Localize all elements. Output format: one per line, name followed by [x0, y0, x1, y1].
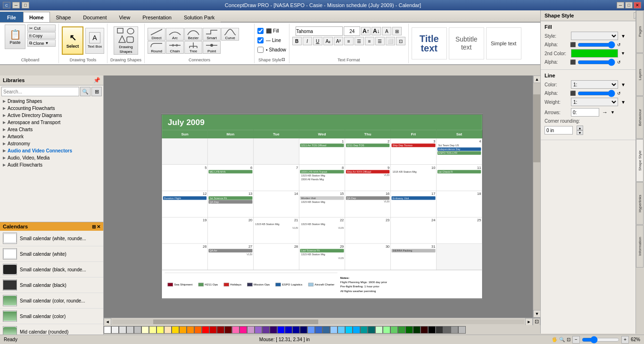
- tab-pages[interactable]: Pages: [636, 10, 644, 53]
- window-close[interactable]: ✕: [634, 2, 641, 8]
- font-grow-btn[interactable]: A↑: [361, 27, 371, 35]
- color-cell[interactable]: [398, 326, 405, 334]
- libraries-pin[interactable]: 📌: [93, 77, 100, 84]
- lib-audio-video-connectors[interactable]: ▶Audio and Video Connectors: [0, 147, 103, 154]
- color-cell[interactable]: [194, 326, 202, 334]
- color-cell[interactable]: [458, 326, 466, 334]
- color-cell[interactable]: [405, 326, 413, 334]
- window-restore[interactable]: □: [625, 2, 633, 8]
- tab-information[interactable]: Information: [636, 225, 644, 268]
- event[interactable]: MG LYR-NYA: [209, 170, 253, 173]
- lib-area-charts[interactable]: ▶Area Charts: [0, 126, 103, 133]
- restore-icon[interactable]: □: [22, 2, 29, 8]
- cal-cell[interactable]: 30: [345, 243, 390, 270]
- subtitle-text-style[interactable]: Subtitletext: [449, 27, 484, 59]
- clone-button[interactable]: ⧉Clone▼: [27, 40, 56, 47]
- vscroll-up[interactable]: ▲: [533, 76, 541, 83]
- color-cell[interactable]: [451, 326, 458, 334]
- color-cell[interactable]: [224, 326, 232, 334]
- color-cell[interactable]: [436, 326, 443, 334]
- tab-shape[interactable]: Shape: [50, 12, 77, 22]
- cut-button[interactable]: ✂Cut: [27, 25, 56, 32]
- library-search-btn[interactable]: 🔍: [80, 87, 91, 96]
- color-cell[interactable]: [285, 326, 292, 334]
- curve-button[interactable]: Curve: [221, 28, 239, 41]
- cal-cell[interactable]: 29Last Science Flt1315 KB Station MtgVLB…: [299, 243, 345, 270]
- cal-mid-rounded[interactable]: Mid calendar (rounded): [0, 324, 103, 335]
- cal-cell[interactable]: 17Embassy Visit: [390, 191, 436, 217]
- color-cell[interactable]: [383, 326, 390, 334]
- fill-style-select[interactable]: [571, 32, 618, 40]
- event[interactable]: Ship Arr NYA Offload: [346, 170, 390, 173]
- event[interactable]: 1211 Dep TOS: [346, 143, 390, 147]
- second-color-well[interactable]: [571, 49, 618, 58]
- color-cell[interactable]: [270, 326, 277, 334]
- shape-style-expand[interactable]: ⊡: [281, 57, 285, 62]
- cal-small-white[interactable]: Small calendar (white): [0, 246, 103, 262]
- underline-btn[interactable]: U: [313, 37, 322, 45]
- color-cell[interactable]: [277, 326, 285, 334]
- point-button[interactable]: Point: [203, 41, 221, 54]
- color-cell[interactable]: [239, 326, 247, 334]
- weight-select[interactable]: 1:: [571, 98, 618, 106]
- color-cell[interactable]: [315, 326, 322, 334]
- horizontal-scrollbar[interactable]: ◄ ► ⊡: [104, 318, 540, 325]
- alpha-slider-3[interactable]: [578, 91, 615, 96]
- color-cell[interactable]: [292, 326, 300, 334]
- corner-down[interactable]: ▼: [577, 130, 583, 135]
- event[interactable]: Duration Flight: [163, 196, 207, 199]
- fit-icon[interactable]: ⊡: [567, 337, 570, 342]
- event[interactable]: Independence Day: [438, 147, 481, 151]
- event[interactable]: 1st Science Flt: [209, 196, 253, 199]
- tab-behaviour[interactable]: Behaviour: [636, 96, 644, 139]
- event[interactable]: QA Dep: [209, 200, 253, 203]
- cal-cell[interactable]: 9Ship Arr NYA OffloadVLBI: [345, 164, 390, 191]
- fill-style-arrow[interactable]: ▼: [621, 34, 626, 39]
- zoom-out-btn[interactable]: −: [572, 336, 580, 344]
- color-cell[interactable]: [262, 326, 270, 334]
- tab-hyperlinks[interactable]: Hyperlinks: [636, 182, 644, 225]
- drawing-shapes-button[interactable]: Drawing Shapes: [114, 26, 138, 55]
- font-shrink-btn[interactable]: A↓: [372, 27, 381, 35]
- zoom-in-btn[interactable]: +: [621, 336, 629, 344]
- corner-up[interactable]: ▲: [577, 126, 583, 130]
- lib-drawing-shapes[interactable]: ▶Drawing Shapes: [0, 98, 103, 105]
- minimize-icon[interactable]: ─: [12, 2, 20, 8]
- simple-text-style[interactable]: Simple text: [486, 27, 521, 59]
- event[interactable]: SIERRA Packing: [392, 249, 436, 252]
- calendars-close-icon[interactable]: ✕: [97, 224, 100, 229]
- alpha-reset-2[interactable]: ↺: [617, 60, 621, 65]
- cal-cell[interactable]: 24: [390, 217, 436, 243]
- color-cell[interactable]: [375, 326, 383, 334]
- cal-cell[interactable]: 131st Science FltQA Dep: [207, 191, 253, 217]
- vscroll-thumb[interactable]: [533, 94, 540, 162]
- cal-cell[interactable]: 101315 KB Station Mtg: [390, 164, 436, 191]
- color-cell[interactable]: [119, 326, 126, 334]
- font-name-input[interactable]: [296, 26, 343, 36]
- color-cell[interactable]: [307, 326, 315, 334]
- hscroll-left[interactable]: ◄: [104, 318, 111, 326]
- cal-cell[interactable]: 7: [253, 164, 299, 191]
- color-cell[interactable]: [187, 326, 194, 334]
- chain-button[interactable]: Chain: [166, 41, 184, 54]
- color-cell[interactable]: [157, 326, 164, 334]
- tab-document[interactable]: Document: [77, 12, 113, 22]
- weight-arrow[interactable]: ▼: [621, 100, 626, 105]
- alpha-slider-2[interactable]: [578, 60, 615, 65]
- color-cell[interactable]: [149, 326, 157, 334]
- event[interactable]: QA Dep: [346, 196, 390, 199]
- copy-button[interactable]: ⎘Copy: [27, 32, 56, 39]
- fill-checkbox[interactable]: ⬛Fill: [257, 26, 279, 35]
- cal-cell[interactable]: 25: [436, 217, 482, 243]
- text-box-btn[interactable]: ⬜: [386, 37, 395, 45]
- color-cell[interactable]: [232, 326, 239, 334]
- cal-small-black-rounded[interactable]: Small calendar (black, rounde...: [0, 262, 103, 277]
- bold-btn[interactable]: B: [292, 37, 302, 45]
- event[interactable]: Last Science Flt: [300, 249, 344, 252]
- library-search-input[interactable]: [1, 87, 79, 96]
- color-cell[interactable]: [338, 326, 345, 334]
- color-cell[interactable]: [368, 326, 375, 334]
- cal-cell[interactable]: 16QA DepVLBI: [345, 191, 390, 217]
- tab-presentation[interactable]: Presentation: [136, 12, 178, 22]
- direct-button[interactable]: Direct: [148, 28, 165, 41]
